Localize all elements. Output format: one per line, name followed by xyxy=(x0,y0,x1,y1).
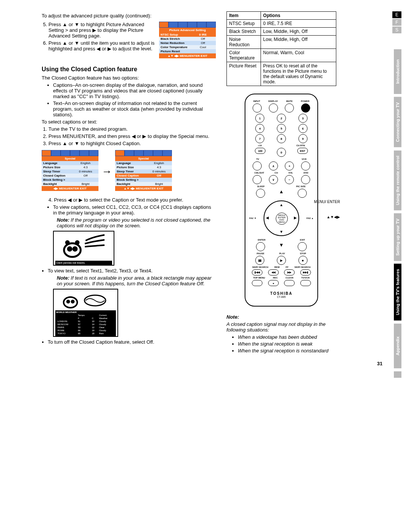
osd-adv-title: Picture Advanced Setting xyxy=(159,28,216,33)
step-4: 4. Press ◀ or ▶ to select the Caption or… xyxy=(48,197,216,203)
svg-point-7 xyxy=(71,300,75,304)
tab-setting-up[interactable]: Setting up your TV xyxy=(394,213,401,261)
lang-tab-e[interactable]: E xyxy=(392,11,401,18)
language-tabs: E F S xyxy=(392,11,401,34)
svg-point-6 xyxy=(66,300,70,304)
text-note: Note: If text is not available in your a… xyxy=(57,275,216,286)
right-note-list: When a videotape has been dubbed When th… xyxy=(238,334,336,354)
step-5: Press ▲ or ▼ to highlight Picture Advanc… xyxy=(48,22,155,39)
tab-index[interactable]: Index xyxy=(394,371,401,378)
tab-connecting[interactable]: Connecting your TV xyxy=(394,97,401,147)
step-1: Tune the TV to the desired program. xyxy=(48,126,216,132)
arrow-icon: → xyxy=(101,166,112,178)
right-note-label: Note: xyxy=(226,314,336,320)
cc-bullet-captions: Captions–An on-screen display of the dia… xyxy=(53,82,216,99)
page-number: 31 xyxy=(377,361,382,366)
tab-appendix[interactable]: Appendix xyxy=(394,324,401,368)
step-4-bullet: To view captions, select CC1, CC2, CC3, … xyxy=(53,204,216,216)
turnoff-bullet: To turn off the Closed Caption feature, … xyxy=(48,339,216,345)
svg-point-3 xyxy=(65,240,70,245)
step-6: Press ▲ or ▼ until the item you want to … xyxy=(48,40,155,52)
world-weather-image: WORLD WEATHER TempsCurrent FCWeather LON… xyxy=(53,289,118,337)
panda-caption-image: Giant pandas eat leaves. xyxy=(53,231,114,266)
step-3: Press ▲ or ▼ to highlight Closed Caption… xyxy=(48,141,216,146)
osd-special-pair: Special LanguageEnglish Picture Size4:3 … xyxy=(42,149,216,195)
callout-arrows: ▲▼◀▶ xyxy=(326,215,340,219)
select-intro: To select captions or text: xyxy=(42,119,216,125)
svg-point-0 xyxy=(64,243,81,257)
step-2: Press MENU/ENTER, and then press ◀ or ▶ … xyxy=(48,133,216,139)
right-note-intro: A closed caption signal may not display … xyxy=(226,321,336,333)
svg-point-2 xyxy=(72,246,78,252)
svg-point-5 xyxy=(64,297,77,308)
osd-advanced: Picture Advanced Setting NTSC Setup0 IRE… xyxy=(159,22,216,58)
intro-text: To adjust the advanced picture quality (… xyxy=(42,13,216,19)
section-tabs: Introduction Connecting your TV Using th… xyxy=(394,49,401,378)
remote-control-image: INPUTDISPLAYMUTEPOWER 123 456 789 +10CH … xyxy=(245,94,318,307)
options-table: ItemOptions NTSC Setup0 IRE, 7.5 IRE Bla… xyxy=(226,11,336,86)
step-4-note: Note: If the program or video you select… xyxy=(57,217,216,228)
svg-point-1 xyxy=(67,246,72,252)
callout-menu-enter: MENU/ ENTER xyxy=(314,200,340,204)
tab-remote[interactable]: Using the remote control xyxy=(394,150,401,210)
svg-point-4 xyxy=(75,240,80,245)
cc-intro: The Closed Caption feature has two optio… xyxy=(42,75,216,81)
tab-introduction[interactable]: Introduction xyxy=(394,49,401,94)
lang-tab-s[interactable]: S xyxy=(392,27,401,33)
text-bullet: To view text, select Text1, Text2, Text3… xyxy=(48,268,216,274)
heading-closed-caption: Using the Closed Caption feature xyxy=(42,66,216,73)
lang-tab-f[interactable]: F xyxy=(392,19,401,26)
dpad: ▲▼◀▶ MENU/ ENTER DVD MENU xyxy=(264,200,299,236)
tab-features[interactable]: Using the TV's features xyxy=(394,264,401,321)
cc-bullet-text: Text–An on-screen display of information… xyxy=(53,100,216,117)
